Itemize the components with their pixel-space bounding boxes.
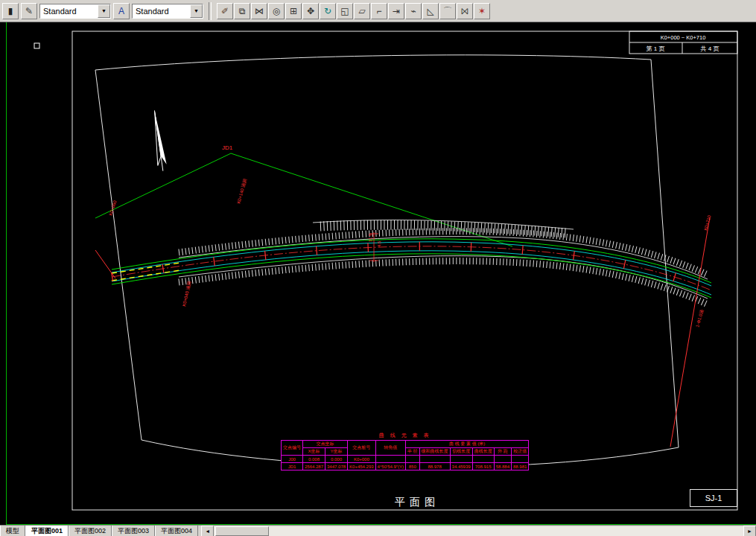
tab-平面图003[interactable]: 平面图003 bbox=[112, 526, 155, 536]
chamfer-icon: ◺ bbox=[427, 7, 433, 16]
tab-平面图001[interactable]: 平面图001 bbox=[25, 526, 69, 536]
pencil-icon: ✎ bbox=[25, 7, 33, 16]
modify-toolbar: ✐⧉⋈◎⊞✥↻◱▱⌐⇥⌁◺⌒⨝✶ bbox=[217, 3, 490, 19]
cell: J00 bbox=[282, 456, 303, 463]
offset-icon: ◎ bbox=[273, 7, 280, 16]
tab-平面图002[interactable]: 平面图002 bbox=[69, 526, 112, 536]
extend-button[interactable]: ⇥ bbox=[388, 3, 404, 19]
copy-button[interactable]: ⧉ bbox=[234, 3, 250, 19]
cell: JD1 bbox=[282, 463, 303, 470]
cell bbox=[375, 456, 405, 463]
bottom-bar: 模型平面图001平面图002平面图003平面图004 ◄ ► bbox=[0, 525, 756, 536]
break-button[interactable]: ⌁ bbox=[405, 3, 422, 19]
fillet-button[interactable]: ⌒ bbox=[439, 3, 456, 19]
cell: 半 径 bbox=[405, 448, 419, 456]
cell: 转角值 bbox=[375, 441, 405, 456]
style-combo-1[interactable]: Standard ▼ bbox=[39, 4, 111, 19]
toolbar-separator bbox=[209, 2, 212, 20]
scale-button[interactable]: ◱ bbox=[337, 3, 353, 19]
annotation-K0+710[interactable]: K0+710 bbox=[703, 214, 711, 231]
text-style-icon: A bbox=[118, 7, 124, 16]
cell: 校正值 bbox=[512, 448, 529, 456]
match-line-right[interactable] bbox=[670, 217, 710, 447]
total-pages-label: 共 4 页 bbox=[701, 45, 720, 52]
pencil-button[interactable]: ✎ bbox=[21, 3, 37, 19]
copy-icon: ⧉ bbox=[239, 7, 246, 16]
annotation-K0+060[interactable]: K0+060 bbox=[108, 200, 117, 216]
cell bbox=[472, 456, 494, 463]
cell: 3447.078 bbox=[325, 463, 348, 470]
cell: X坐标 bbox=[303, 448, 325, 456]
cell bbox=[512, 456, 529, 463]
layout-tabs: 模型平面图001平面图002平面图003平面图004 bbox=[0, 526, 198, 536]
sheet-number-box: SJ-1 bbox=[690, 489, 737, 507]
text-style-button[interactable]: A bbox=[113, 3, 130, 19]
cell: 缓和曲线长度 bbox=[419, 448, 450, 456]
cell: 曲线长度 bbox=[472, 448, 494, 456]
style-combo-2[interactable]: Standard ▼ bbox=[132, 4, 203, 19]
match-line-left[interactable] bbox=[95, 250, 115, 278]
erase-button[interactable]: ✐ bbox=[217, 3, 233, 19]
chevron-down-icon[interactable]: ▼ bbox=[98, 4, 110, 18]
scroll-track[interactable] bbox=[214, 526, 743, 536]
lane-line-cyan-bottom[interactable] bbox=[112, 251, 711, 295]
mirror-button[interactable]: ⋈ bbox=[251, 3, 267, 19]
explode-button[interactable]: ✶ bbox=[474, 3, 490, 19]
cell bbox=[405, 456, 419, 463]
embankment-outline[interactable] bbox=[313, 220, 574, 229]
scroll-right-button[interactable]: ► bbox=[743, 526, 756, 536]
cell: 交点坐标 bbox=[303, 441, 348, 448]
cell: 交点桩号 bbox=[348, 441, 376, 456]
layer-swatch-button[interactable]: ▮ bbox=[2, 3, 19, 19]
join-icon: ⨝ bbox=[461, 7, 468, 16]
curve-element-table[interactable]: 曲 线 元 素 表 交点编号 交点坐标 交点桩号 转角值 曲 线 要 素 值 (… bbox=[281, 432, 529, 470]
annotation-11.5[interactable]: 11.5 bbox=[368, 233, 372, 242]
rotate-button[interactable]: ↻ bbox=[320, 3, 336, 19]
sheet-number: SJ-1 bbox=[705, 494, 722, 502]
mirror-icon: ⋈ bbox=[255, 7, 264, 16]
drawing-canvas[interactable]: K0+000 ~ K0+710 第 1 页 共 4 页 bbox=[0, 22, 756, 525]
cell: 88.981 bbox=[512, 463, 529, 470]
north-arrow-icon[interactable] bbox=[150, 110, 167, 172]
cell bbox=[494, 456, 511, 463]
scroll-left-button[interactable]: ◄ bbox=[201, 526, 214, 536]
cell: 切线长度 bbox=[450, 448, 472, 456]
tab-模型[interactable]: 模型 bbox=[0, 526, 25, 536]
scroll-thumb[interactable] bbox=[215, 526, 269, 536]
join-button[interactable]: ⨝ bbox=[457, 3, 473, 19]
explode-icon: ✶ bbox=[478, 7, 486, 16]
h-scrollbar[interactable]: ◄ ► bbox=[201, 526, 756, 536]
cell: K0+000 bbox=[348, 456, 376, 463]
cell: 0.000 bbox=[325, 456, 348, 463]
annotation-K0+140 涵洞[interactable]: K0+140 涵洞 bbox=[236, 178, 247, 204]
cell: 0.008 bbox=[303, 456, 325, 463]
grip-square[interactable] bbox=[34, 43, 39, 48]
table-row: JD1 2564.287 3447.078 K0+454.293 4°50′54… bbox=[282, 463, 529, 470]
offset-button[interactable]: ◎ bbox=[268, 3, 285, 19]
annotation-4.5[interactable]: 4.5 bbox=[377, 240, 381, 247]
pavement-edge-green-top[interactable] bbox=[112, 239, 711, 283]
station-range-label: K0+000 ~ K0+710 bbox=[661, 34, 706, 41]
annotation-JD1[interactable]: JD1 bbox=[222, 144, 233, 151]
cell: 2564.287 bbox=[303, 463, 325, 470]
annotation-K0+040 涵洞[interactable]: K0+040 涵洞 bbox=[182, 281, 191, 307]
array-button[interactable]: ⊞ bbox=[285, 3, 302, 19]
cell: 曲 线 要 素 值 (米) bbox=[405, 441, 528, 448]
chevron-down-icon[interactable]: ▼ bbox=[190, 4, 203, 18]
stretch-button[interactable]: ▱ bbox=[354, 3, 370, 19]
annotation-layer: JD1K0+060K0+140 涵洞11.54.5K0+040 涵洞K0+710… bbox=[108, 144, 711, 328]
page-label: 第 1 页 bbox=[647, 45, 665, 52]
tab-平面图004[interactable]: 平面图004 bbox=[155, 526, 198, 536]
annotation-1-Φ1.0涵[interactable]: 1-Φ1.0涵 bbox=[695, 309, 704, 328]
trim-button[interactable]: ⌐ bbox=[371, 3, 387, 19]
cell: 88.978 bbox=[419, 463, 450, 470]
pavement-edge-green-bottom[interactable] bbox=[112, 254, 711, 298]
move-button[interactable]: ✥ bbox=[302, 3, 319, 19]
trim-icon: ⌐ bbox=[376, 7, 381, 16]
cell: 交点编号 bbox=[282, 441, 303, 456]
plan-view-title: 平面图 bbox=[369, 496, 466, 509]
curve-table-title: 曲 线 元 素 表 bbox=[281, 432, 529, 439]
chamfer-button[interactable]: ◺ bbox=[422, 3, 439, 19]
cell: 708.915 bbox=[472, 463, 494, 470]
cell bbox=[419, 456, 450, 463]
